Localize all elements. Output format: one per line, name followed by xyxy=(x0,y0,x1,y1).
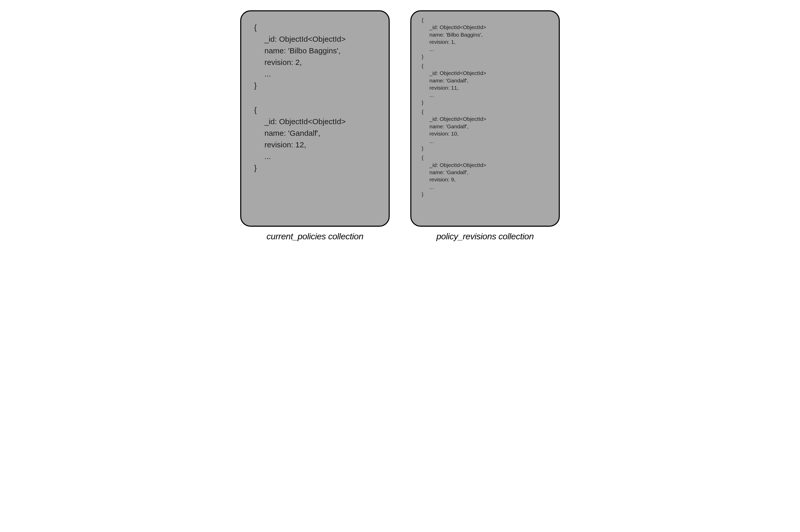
brace-close: } xyxy=(254,80,376,91)
left-caption: current_policies collection xyxy=(266,231,364,241)
field-name: name: 'Gandalf', xyxy=(422,169,548,176)
document-block: { _id: ObjectId<ObjectId> name: 'Gandalf… xyxy=(422,154,548,198)
brace-open: { xyxy=(254,104,376,116)
current-policies-collection: { _id: ObjectId<ObjectId> name: 'Bilbo B… xyxy=(240,10,390,241)
ellipsis: ... xyxy=(422,45,548,53)
field-id: _id: ObjectId<ObjectId> xyxy=(254,116,376,127)
field-name: name: 'Bilbo Baggins', xyxy=(254,45,376,56)
brace-open: { xyxy=(422,17,548,24)
document-block: { _id: ObjectId<ObjectId> name: 'Bilbo B… xyxy=(254,22,376,91)
brace-open: { xyxy=(422,108,548,115)
document-block: { _id: ObjectId<ObjectId> name: 'Gandalf… xyxy=(422,108,548,152)
field-revision: revision: 2, xyxy=(254,56,376,68)
policy-revisions-panel: { _id: ObjectId<ObjectId> name: 'Bilbo B… xyxy=(410,10,560,227)
brace-close: } xyxy=(254,162,376,174)
field-revision: revision: 9, xyxy=(422,176,548,183)
brace-close: } xyxy=(422,99,548,106)
brace-close: } xyxy=(422,145,548,152)
field-revision: revision: 11, xyxy=(422,84,548,92)
field-name: name: 'Gandalf', xyxy=(422,123,548,130)
ellipsis: ... xyxy=(254,68,376,80)
ellipsis: ... xyxy=(422,184,548,191)
brace-open: { xyxy=(422,154,548,161)
field-id: _id: ObjectId<ObjectId> xyxy=(422,115,548,122)
current-policies-panel: { _id: ObjectId<ObjectId> name: 'Bilbo B… xyxy=(240,10,390,227)
field-revision: revision: 1, xyxy=(422,38,548,45)
right-caption: policy_revisions collection xyxy=(436,231,534,241)
field-id: _id: ObjectId<ObjectId> xyxy=(422,162,548,169)
ellipsis: ... xyxy=(422,92,548,99)
ellipsis: ... xyxy=(254,150,376,162)
brace-open: { xyxy=(254,22,376,33)
field-name: name: 'Gandalf', xyxy=(254,127,376,139)
policy-revisions-collection: { _id: ObjectId<ObjectId> name: 'Bilbo B… xyxy=(410,10,560,241)
field-id: _id: ObjectId<ObjectId> xyxy=(254,33,376,45)
field-revision: revision: 10, xyxy=(422,130,548,137)
field-id: _id: ObjectId<ObjectId> xyxy=(422,70,548,77)
brace-close: } xyxy=(422,191,548,198)
field-name: name: 'Gandalf', xyxy=(422,77,548,84)
document-block: { _id: ObjectId<ObjectId> name: 'Gandalf… xyxy=(254,104,376,174)
document-block: { _id: ObjectId<ObjectId> name: 'Bilbo B… xyxy=(422,17,548,60)
field-id: _id: ObjectId<ObjectId> xyxy=(422,24,548,31)
ellipsis: ... xyxy=(422,137,548,145)
brace-close: } xyxy=(422,53,548,60)
brace-open: { xyxy=(422,62,548,70)
field-name: name: 'Bilbo Baggins', xyxy=(422,31,548,38)
field-revision: revision: 12, xyxy=(254,139,376,150)
document-block: { _id: ObjectId<ObjectId> name: 'Gandalf… xyxy=(422,62,548,106)
